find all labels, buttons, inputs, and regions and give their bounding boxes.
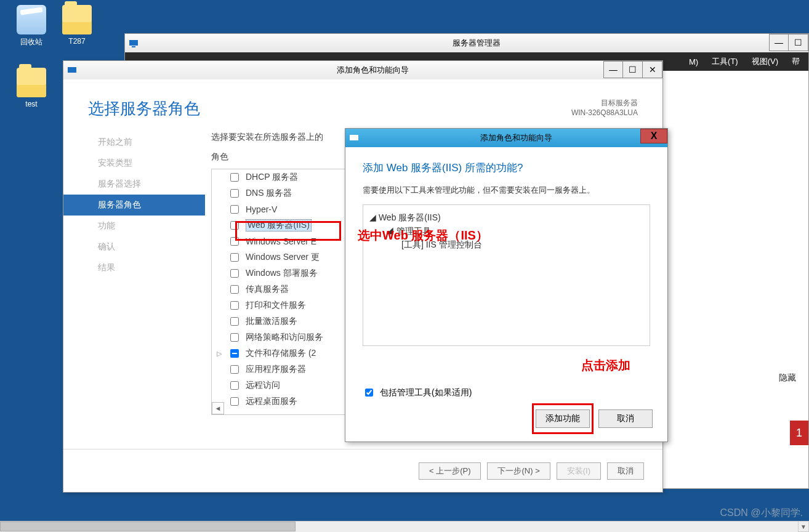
role-label: 文件和存储服务 (2 — [246, 348, 316, 359]
svg-rect-1 — [132, 46, 135, 47]
role-checkbox[interactable] — [230, 397, 239, 406]
next-button[interactable]: 下一步(N) > — [487, 462, 550, 480]
alert-badge[interactable]: 1 — [790, 421, 808, 445]
role-checkbox[interactable] — [230, 237, 239, 246]
svg-rect-3 — [350, 135, 358, 140]
role-checkbox[interactable] — [230, 221, 239, 230]
role-label: DHCP 服务器 — [246, 172, 298, 183]
minimize-button[interactable]: — — [769, 34, 789, 51]
recycle-bin-label: 回收站 — [10, 37, 53, 47]
menu-view[interactable]: 视图(V) — [752, 56, 778, 67]
role-checkbox[interactable] — [230, 189, 239, 198]
role-label: Windows 部署服务 — [246, 268, 318, 279]
role-label: Web 服务器(IIS) — [246, 219, 312, 232]
add-features-popup: 添加角色和功能向导 X 添加 Web 服务器(IIS) 所需的功能? 需要使用以… — [345, 128, 668, 442]
menu-m[interactable]: M) — [689, 57, 698, 66]
popup-title: 添加角色和功能向导 — [365, 132, 667, 143]
scrollbar-thumb[interactable] — [0, 522, 296, 531]
folder-test[interactable]: test — [10, 68, 53, 108]
wizard-title: 添加角色和功能向导 — [83, 65, 662, 76]
role-checkbox[interactable] — [230, 285, 239, 294]
scroll-left-button[interactable]: ◄ — [212, 402, 224, 414]
popup-description: 需要使用以下工具来管理此功能，但不需要安装在同一服务器上。 — [363, 185, 650, 196]
role-label: 应用程序服务器 — [246, 364, 306, 375]
include-tools-input[interactable] — [365, 389, 373, 397]
popup-icon — [349, 133, 361, 143]
wizard-nav-item[interactable]: 功能 — [63, 216, 205, 236]
popup-close-button[interactable]: X — [640, 129, 667, 143]
wizard-footer: < 上一步(P) 下一步(N) > 安装(I) 取消 — [63, 449, 662, 492]
wizard-icon — [67, 65, 79, 75]
role-checkbox[interactable] — [230, 349, 239, 358]
wizard-nav-item[interactable]: 开始之前 — [63, 132, 205, 153]
role-label: 打印和文件服务 — [246, 300, 306, 311]
include-tools-checkbox[interactable]: 包括管理工具(如果适用) — [363, 387, 472, 398]
wizard-nav-item[interactable]: 确认 — [63, 236, 205, 257]
wizard-nav-item[interactable]: 服务器选择 — [63, 174, 205, 195]
role-checkbox[interactable] — [230, 381, 239, 390]
menu-help[interactable]: 帮 — [792, 56, 800, 67]
include-tools-label: 包括管理工具(如果适用) — [380, 387, 472, 398]
menu-tools[interactable]: 工具(T) — [712, 56, 738, 67]
role-checkbox[interactable] — [230, 333, 239, 342]
role-checkbox[interactable] — [230, 317, 239, 326]
wizard-titlebar[interactable]: 添加角色和功能向导 — ☐ ✕ — [63, 61, 662, 79]
svg-rect-0 — [129, 40, 138, 46]
popup-cancel-button[interactable]: 取消 — [598, 409, 653, 428]
role-label: Hyper-V — [246, 204, 277, 214]
folder-icon — [62, 5, 92, 34]
popup-titlebar[interactable]: 添加角色和功能向导 X — [345, 129, 667, 147]
horizontal-scrollbar[interactable] — [0, 521, 798, 532]
hide-link[interactable]: 隐藏 — [779, 373, 796, 384]
role-checkbox[interactable] — [230, 269, 239, 278]
target-server-label: 目标服务器 — [571, 98, 638, 108]
svg-rect-2 — [68, 67, 76, 73]
role-label: 批量激活服务 — [246, 316, 297, 327]
server-manager-icon — [129, 38, 141, 48]
wizard-heading: 选择服务器角色 — [88, 98, 200, 119]
folder-icon — [17, 68, 46, 97]
role-checkbox[interactable] — [230, 301, 239, 310]
target-server-value: WIN-326Q88A3LUA — [571, 108, 638, 117]
install-button: 安装(I) — [557, 462, 601, 480]
folder-t287[interactable]: T287 — [55, 5, 99, 46]
wizard-minimize-button[interactable]: — — [603, 61, 623, 78]
role-label: 远程桌面服务 — [246, 396, 297, 407]
recycle-bin[interactable]: 回收站 — [10, 5, 53, 47]
annotation-click-add: 点击添加 — [581, 357, 630, 374]
server-manager-titlebar[interactable]: 服务器管理器 — ☐ — [125, 34, 808, 52]
recycle-bin-icon — [17, 5, 46, 34]
role-checkbox[interactable] — [230, 253, 239, 262]
watermark: CSDN @小黎同学. — [720, 507, 803, 520]
folder-t287-label: T287 — [55, 37, 99, 46]
server-manager-title: 服务器管理器 — [145, 38, 808, 49]
wizard-close-button[interactable]: ✕ — [643, 61, 662, 78]
role-checkbox[interactable] — [230, 205, 239, 214]
folder-test-label: test — [10, 100, 53, 108]
role-checkbox[interactable] — [230, 365, 239, 374]
prev-button[interactable]: < 上一步(P) — [419, 462, 481, 480]
maximize-button[interactable]: ☐ — [789, 34, 808, 51]
popup-question: 添加 Web 服务器(IIS) 所需的功能? — [363, 161, 650, 175]
tree-leaf: [工具] IIS 管理控制台 — [369, 238, 643, 252]
wizard-nav-item[interactable]: 安装类型 — [63, 153, 205, 174]
feature-tree[interactable]: ◢ Web 服务器(IIS) ◢ 管理工具 [工具] IIS 管理控制台 — [363, 204, 650, 346]
cancel-button[interactable]: 取消 — [607, 462, 644, 480]
tree-child[interactable]: ◢ 管理工具 — [369, 225, 643, 238]
wizard-nav-item[interactable]: 服务器角色 — [63, 195, 205, 216]
role-label: Windows Server E — [246, 236, 316, 246]
role-label: Windows Server 更 — [246, 252, 320, 263]
scroll-down-button[interactable]: ▼ — [798, 521, 809, 532]
wizard-nav-item[interactable]: 结果 — [63, 257, 205, 278]
wizard-maximize-button[interactable]: ☐ — [623, 61, 643, 78]
role-label: 网络策略和访问服务 — [246, 332, 323, 343]
role-label: DNS 服务器 — [246, 188, 292, 199]
wizard-nav: 开始之前安装类型服务器选择服务器角色功能确认结果 — [63, 126, 205, 433]
add-features-button[interactable]: 添加功能 — [536, 409, 590, 428]
role-checkbox[interactable] — [230, 173, 239, 182]
role-label: 传真服务器 — [246, 284, 289, 295]
wizard-header: 选择服务器角色 目标服务器 WIN-326Q88A3LUA — [63, 79, 662, 126]
role-label: 远程访问 — [246, 380, 280, 391]
tree-root[interactable]: ◢ Web 服务器(IIS) — [369, 211, 643, 225]
